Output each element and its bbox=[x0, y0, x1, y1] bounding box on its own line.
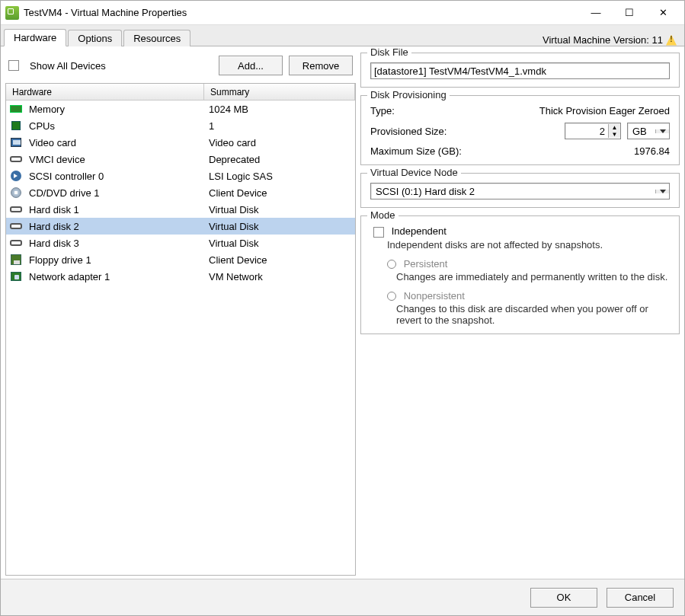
independent-checkbox[interactable] bbox=[373, 227, 384, 238]
table-row[interactable]: CPUs1 bbox=[6, 117, 355, 134]
tab-options[interactable]: Options bbox=[68, 30, 122, 46]
device-name: Floppy drive 1 bbox=[27, 254, 204, 266]
tab-hardware[interactable]: Hardware bbox=[4, 29, 66, 46]
prov-size-unit-combo[interactable]: GB bbox=[627, 123, 670, 139]
device-summary: Virtual Disk bbox=[204, 221, 355, 232]
remove-button[interactable]: Remove bbox=[289, 56, 353, 75]
details-pane: Disk File [datastore1] TestVM4/TestVM4_1… bbox=[360, 51, 680, 576]
spin-down-icon[interactable]: ▼ bbox=[609, 131, 620, 138]
vdn-combo[interactable]: SCSI (0:1) Hard disk 2 bbox=[370, 183, 670, 199]
device-summary: LSI Logic SAS bbox=[204, 171, 355, 182]
body: Show All Devices Add... Remove Hardware … bbox=[1, 46, 684, 579]
device-name: Hard disk 3 bbox=[27, 238, 204, 249]
nonpersistent-desc: Changes to this disk are discarded when … bbox=[396, 303, 670, 326]
vm-properties-window: TestVM4 - Virtual Machine Properties — ☐… bbox=[0, 0, 685, 616]
device-name: Network adapter 1 bbox=[27, 271, 204, 282]
prov-type-value: Thick Provision Eager Zeroed bbox=[491, 105, 670, 116]
warning-icon bbox=[666, 35, 677, 46]
independent-desc: Independent disks are not affected by sn… bbox=[387, 239, 670, 251]
spin-up-icon[interactable]: ▲ bbox=[609, 124, 620, 131]
device-summary: VM Network bbox=[204, 271, 355, 282]
device-summary: Video card bbox=[204, 137, 355, 148]
prov-max-label: Maximum Size (GB): bbox=[370, 145, 500, 157]
col-hardware[interactable]: Hardware bbox=[6, 84, 204, 100]
dialog-footer: OK Cancel bbox=[1, 579, 684, 615]
independent-label: Independent bbox=[392, 225, 447, 237]
hardware-table: Hardware Summary Memory1024 MBCPUs1Video… bbox=[5, 83, 356, 576]
device-summary: Virtual Disk bbox=[204, 204, 355, 215]
disk-file-group: Disk File [datastore1] TestVM4/TestVM4_1… bbox=[360, 53, 680, 88]
persistent-radio[interactable] bbox=[387, 260, 396, 269]
mem-icon bbox=[8, 102, 24, 116]
disk-provisioning-legend: Disk Provisioning bbox=[367, 89, 450, 101]
vm-version-area: Virtual Machine Version: 11 bbox=[543, 34, 681, 46]
tab-resources[interactable]: Resources bbox=[123, 30, 190, 46]
device-name: Hard disk 1 bbox=[27, 204, 204, 215]
nonpersistent-radio[interactable] bbox=[387, 292, 396, 301]
persistent-label: Persistent bbox=[404, 258, 448, 270]
prov-size-spinner[interactable]: 2 ▲ ▼ bbox=[565, 123, 621, 139]
vid-icon bbox=[8, 136, 24, 149]
maximize-button[interactable]: ☐ bbox=[613, 2, 646, 24]
persistent-desc: Changes are immediately and permanently … bbox=[396, 271, 670, 282]
prov-size-value: 2 bbox=[565, 126, 608, 137]
prov-size-unit: GB bbox=[628, 126, 655, 137]
device-summary: Deprecated bbox=[204, 154, 355, 165]
chevron-down-icon bbox=[655, 129, 669, 133]
table-row[interactable]: Hard disk 1Virtual Disk bbox=[6, 201, 355, 218]
table-row[interactable]: VMCI deviceDeprecated bbox=[6, 151, 355, 168]
minimize-button[interactable]: — bbox=[579, 2, 613, 24]
table-row[interactable]: Hard disk 3Virtual Disk bbox=[6, 235, 355, 251]
col-summary[interactable]: Summary bbox=[204, 84, 355, 100]
device-summary: Client Device bbox=[204, 254, 355, 266]
cpu-icon bbox=[8, 119, 24, 132]
ok-button[interactable]: OK bbox=[530, 588, 597, 608]
device-summary: Virtual Disk bbox=[204, 238, 355, 249]
table-row[interactable]: Memory1024 MB bbox=[6, 101, 355, 117]
hardware-controls: Show All Devices Add... Remove bbox=[5, 51, 356, 83]
add-button[interactable]: Add... bbox=[219, 56, 283, 75]
disk-provisioning-group: Disk Provisioning Type: Thick Provision … bbox=[360, 95, 680, 165]
device-name: Video card bbox=[27, 137, 204, 148]
table-row[interactable]: CD/DVD drive 1Client Device bbox=[6, 184, 355, 201]
hardware-table-header: Hardware Summary bbox=[6, 84, 355, 101]
scsi-icon bbox=[8, 169, 24, 183]
table-row[interactable]: Floppy drive 1Client Device bbox=[6, 251, 355, 268]
show-all-label: Show All Devices bbox=[30, 60, 106, 72]
close-button[interactable]: ✕ bbox=[646, 2, 680, 24]
window-title: TestVM4 - Virtual Machine Properties bbox=[24, 7, 579, 18]
mode-legend: Mode bbox=[367, 209, 399, 221]
prov-size-label: Provisioned Size: bbox=[370, 126, 485, 137]
prov-type-label: Type: bbox=[370, 105, 485, 116]
vmci-icon bbox=[8, 152, 24, 166]
device-summary: Client Device bbox=[204, 187, 355, 199]
cd-icon bbox=[8, 186, 24, 199]
table-row[interactable]: Network adapter 1VM Network bbox=[6, 268, 355, 285]
hd-icon bbox=[8, 236, 24, 250]
table-row[interactable]: Hard disk 2Virtual Disk bbox=[6, 218, 355, 235]
device-summary: 1 bbox=[204, 120, 355, 132]
virtual-device-node-group: Virtual Device Node SCSI (0:1) Hard disk… bbox=[360, 173, 680, 208]
disk-file-path-text: [datastore1] TestVM4/TestVM4_1.vmdk bbox=[374, 65, 546, 77]
show-all-checkbox[interactable] bbox=[8, 60, 19, 71]
device-name: SCSI controller 0 bbox=[27, 171, 204, 182]
device-name: Hard disk 2 bbox=[27, 221, 204, 232]
vdn-legend: Virtual Device Node bbox=[367, 167, 461, 178]
disk-file-path[interactable]: [datastore1] TestVM4/TestVM4_1.vmdk bbox=[370, 62, 670, 79]
vdn-value: SCSI (0:1) Hard disk 2 bbox=[371, 186, 655, 197]
table-row[interactable]: Video cardVideo card bbox=[6, 134, 355, 151]
hd-icon bbox=[8, 203, 24, 216]
titlebar: TestVM4 - Virtual Machine Properties — ☐… bbox=[1, 1, 684, 25]
tab-strip: Hardware Options Resources Virtual Machi… bbox=[1, 25, 684, 46]
fd-icon bbox=[8, 253, 24, 267]
mode-group: Mode Independent Independent disks are n… bbox=[360, 215, 680, 334]
cancel-button[interactable]: Cancel bbox=[607, 588, 674, 608]
disk-file-legend: Disk File bbox=[367, 46, 411, 58]
app-icon bbox=[5, 6, 19, 20]
device-name: VMCI device bbox=[27, 154, 204, 165]
net-icon bbox=[8, 270, 24, 283]
prov-max-value: 1976.84 bbox=[506, 145, 670, 157]
table-row[interactable]: SCSI controller 0LSI Logic SAS bbox=[6, 168, 355, 184]
hardware-table-body: Memory1024 MBCPUs1Video cardVideo cardVM… bbox=[6, 101, 355, 575]
nonpersistent-label: Nonpersistent bbox=[404, 290, 465, 302]
